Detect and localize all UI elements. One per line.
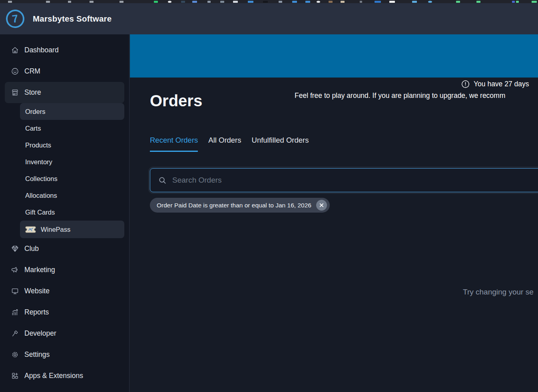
filter-chip: Order Paid Date is greater than or equal…: [150, 198, 330, 213]
menubar-icon: [248, 1, 253, 3]
menubar-icon: [120, 1, 124, 3]
trial-banner: You have 27 days Feel free to play aroun…: [130, 34, 538, 78]
menubar-icon: [476, 1, 480, 3]
sidebar-item-club[interactable]: Club: [0, 238, 129, 259]
gem-icon: [11, 245, 19, 253]
gear-icon: [11, 350, 19, 359]
sidebar: Dashboard CRM Store Orders Carts Product…: [0, 34, 130, 392]
grid-plus-icon: [11, 372, 19, 380]
sidebar-item-marketing[interactable]: Marketing: [0, 259, 129, 281]
app-header: 7 Marsbytes Software: [0, 3, 538, 34]
sidebar-subitem-label: Inventory: [25, 158, 52, 166]
sidebar-item-reports[interactable]: Reports: [0, 302, 129, 323]
sidebar-item-store[interactable]: Store: [5, 82, 124, 103]
menubar-icon: [220, 1, 224, 3]
tab-recent-orders[interactable]: Recent Orders: [150, 136, 198, 152]
trial-days-text: You have 27 days: [474, 80, 529, 88]
main-content: You have 27 days Feel free to play aroun…: [130, 34, 538, 392]
sidebar-subitem-label: Orders: [25, 108, 45, 115]
storefront-icon: [11, 88, 19, 97]
sidebar-subitem-label: Carts: [25, 125, 41, 132]
trial-banner-line2: Feel free to play around. If you are pla…: [295, 92, 505, 100]
menubar-icon: [46, 1, 50, 3]
menubar-icon: [375, 1, 381, 3]
sidebar-item-label: Dashboard: [24, 46, 59, 54]
orders-tabs: Recent Orders All Orders Unfulfilled Ord…: [150, 136, 309, 152]
search-icon: [158, 176, 167, 185]
menubar-icon: [412, 1, 417, 3]
app-logo[interactable]: 7: [5, 8, 26, 29]
menubar-icon: [305, 1, 310, 3]
megaphone-icon: [11, 266, 19, 274]
search-orders-input[interactable]: [172, 176, 538, 185]
sidebar-item-label: Settings: [24, 350, 50, 359]
menubar-icon: [532, 1, 537, 3]
sidebar-subitem-inventory[interactable]: Inventory: [0, 153, 129, 170]
sidebar-subitem-label: WinePass: [41, 226, 70, 233]
menubar-icon: [192, 1, 197, 3]
close-icon: [319, 203, 324, 208]
sidebar-item-dashboard[interactable]: Dashboard: [0, 40, 129, 61]
sidebar-subitem-collections[interactable]: Collections: [0, 170, 129, 187]
sidebar-item-label: Apps & Extensions: [24, 372, 83, 380]
menubar-icon: [317, 1, 320, 3]
page-title: Orders: [150, 92, 202, 110]
sidebar-item-settings[interactable]: Settings: [0, 344, 129, 365]
menubar-icon: [279, 1, 282, 3]
tab-all-orders[interactable]: All Orders: [208, 136, 241, 152]
menubar-icon: [292, 1, 297, 3]
sidebar-item-label: CRM: [24, 67, 40, 76]
menubar-icon: [168, 1, 171, 3]
menubar-icon: [329, 1, 333, 3]
menubar-icon: [512, 1, 515, 3]
sidebar-subitem-winepass[interactable]: WinePass: [20, 221, 124, 238]
sidebar-item-label: Reports: [24, 308, 49, 316]
smiley-icon: [11, 67, 19, 76]
sidebar-subitem-label: Collections: [25, 175, 58, 183]
alert-badge-icon: [461, 80, 470, 89]
home-icon: [11, 46, 19, 54]
bar-chart-icon: [11, 308, 19, 316]
sidebar-subitem-label: Products: [25, 141, 51, 149]
macos-menubar: [0, 0, 538, 3]
sidebar-subitem-carts[interactable]: Carts: [0, 120, 129, 137]
logo-glyph: 7: [11, 12, 19, 26]
ticket-icon: [25, 226, 36, 233]
sidebar-subitem-orders[interactable]: Orders: [20, 103, 124, 120]
tab-unfulfilled-orders[interactable]: Unfulfilled Orders: [252, 136, 309, 152]
menubar-icon: [154, 1, 158, 3]
app-title: Marsbytes Software: [33, 14, 112, 24]
menubar-icon: [207, 1, 211, 3]
sidebar-item-label: Club: [24, 245, 39, 253]
menubar-icon: [181, 1, 185, 3]
menubar-icon: [456, 1, 460, 3]
sidebar-item-developer[interactable]: Developer: [0, 323, 129, 344]
sidebar-item-label: Website: [24, 287, 50, 295]
menubar-icon: [68, 1, 71, 3]
sidebar-item-label: Marketing: [24, 266, 55, 274]
monitor-icon: [11, 287, 19, 295]
search-orders-box: [150, 168, 538, 192]
sidebar-item-label: Developer: [24, 329, 56, 338]
sidebar-subitem-label: Allocations: [25, 192, 57, 199]
hammer-icon: [11, 329, 19, 338]
menubar-icon: [341, 1, 345, 3]
menubar-icon: [90, 1, 94, 3]
menubar-icon: [516, 1, 519, 3]
menubar-icon: [428, 1, 432, 3]
menubar-icon: [233, 1, 238, 3]
menubar-icon: [263, 1, 268, 3]
filter-chip-close-button[interactable]: [316, 200, 327, 211]
app-screen: 7 Marsbytes Software Dashboard CRM Store…: [0, 0, 538, 392]
sidebar-subitem-gift-cards[interactable]: Gift Cards: [0, 204, 129, 221]
sidebar-item-crm[interactable]: CRM: [0, 61, 129, 82]
empty-state-text: Try changing your se: [463, 288, 534, 296]
sidebar-item-website[interactable]: Website: [0, 281, 129, 302]
sidebar-item-apps-extensions[interactable]: Apps & Extensions: [0, 365, 129, 386]
sidebar-subitem-products[interactable]: Products: [0, 137, 129, 153]
sidebar-subitem-allocations[interactable]: Allocations: [0, 187, 129, 204]
menubar-icon: [8, 1, 12, 3]
menubar-icon: [389, 1, 395, 3]
sidebar-item-label: Store: [24, 88, 41, 97]
sidebar-subitem-label: Gift Cards: [25, 209, 55, 216]
